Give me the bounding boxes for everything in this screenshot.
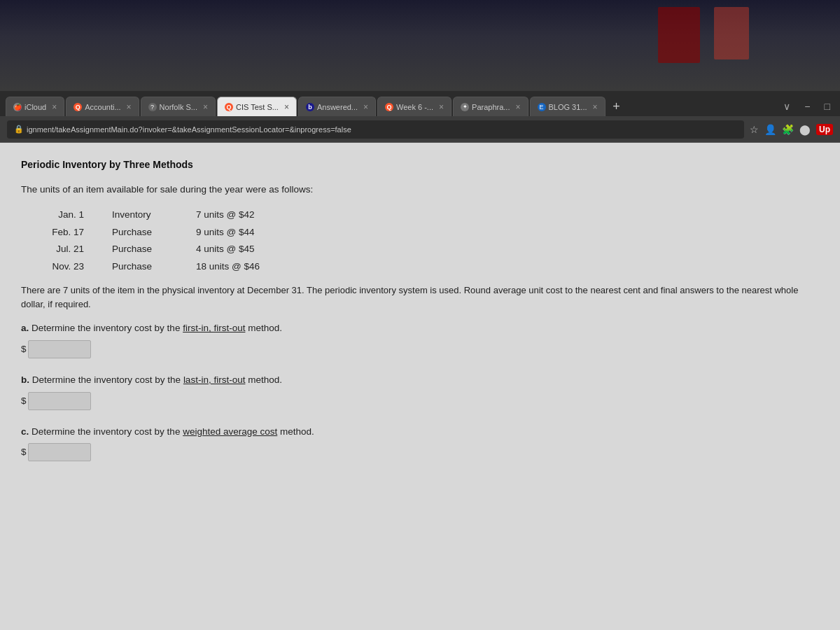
inv-type-4: Purchase (112, 259, 168, 274)
browser-chrome: 🍎 iCloud × Q Accounti... × ? Norfolk S..… (0, 91, 840, 143)
question-suffix-a: method. (245, 323, 282, 333)
paraphra-icon: ✦ (461, 103, 469, 111)
tab-close-answered[interactable]: × (363, 102, 368, 112)
profile-icon[interactable]: ⬤ (799, 124, 811, 135)
dollar-input-row-a: $ (21, 340, 819, 358)
tab-paraphra[interactable]: ✦ Paraphra... × (453, 97, 528, 116)
tab-norfolk[interactable]: ? Norfolk S... × (141, 97, 216, 116)
question-underline-b: last-in, first-out (183, 374, 246, 385)
question-section-b: b. Determine the inventory cost by the l… (21, 372, 819, 410)
tab-label: Accounti... (85, 103, 120, 111)
question-prefix-b: b. (21, 374, 29, 385)
tab-cis-test[interactable]: Q CIS Test S... × (217, 97, 297, 116)
apple-icon: 🍎 (13, 103, 22, 111)
question-suffix-c: method. (277, 426, 314, 437)
question-underline-a: first-in, first-out (183, 323, 245, 333)
url-text: ignment/takeAssignmentMain.do?invoker=&t… (27, 125, 351, 134)
inventory-row: Jul. 21 Purchase 4 units @ $45 (42, 241, 819, 257)
inv-date-3: Jul. 21 (42, 241, 84, 257)
tab-answered[interactable]: b Answered... × (298, 97, 376, 116)
url-box[interactable]: 🔒 ignment/takeAssignmentMain.do?invoker=… (7, 120, 744, 139)
inv-amount-3: 4 units @ $45 (196, 241, 255, 257)
minimize-button[interactable]: − (800, 99, 814, 113)
dollar-input-row-b: $ (21, 392, 819, 410)
inv-amount-4: 18 units @ $46 (196, 259, 260, 274)
tab-label: iCloud (24, 103, 46, 111)
dollar-sign-b: $ (21, 393, 27, 409)
answer-input-c[interactable] (28, 443, 91, 461)
inv-amount-1: 7 units @ $42 (196, 207, 255, 223)
tab-controls: ∨ − □ (779, 99, 834, 116)
inventory-table: Jan. 1 Inventory 7 units @ $42 Feb. 17 P… (42, 207, 819, 274)
question-label-c: c. Determine the inventory cost by the w… (21, 424, 819, 440)
inv-type-1: Inventory (112, 207, 168, 223)
tab-label: Week 6 -... (396, 103, 433, 111)
tab-label: Paraphra... (472, 103, 510, 111)
tab-close-accounts[interactable]: × (127, 102, 132, 112)
answer-input-a[interactable] (28, 340, 91, 358)
tab-week6[interactable]: Q Week 6 -... × (377, 97, 451, 116)
star-icon[interactable]: ☆ (750, 124, 759, 135)
page-content: Periodic Inventory by Three Methods The … (0, 143, 840, 630)
inv-type-2: Purchase (112, 225, 168, 240)
address-bar-right-icons: ☆ 👤 🧩 ⬤ Up (750, 124, 833, 135)
inventory-row: Feb. 17 Purchase 9 units @ $44 (42, 225, 819, 240)
tab-label: BLOG 31... (549, 103, 587, 111)
user-icon[interactable]: 👤 (764, 124, 776, 135)
inv-date-4: Nov. 23 (42, 259, 84, 274)
tab-accounts[interactable]: Q Accounti... × (66, 97, 139, 116)
tab-blog31[interactable]: E BLOG 31... × (530, 97, 606, 116)
lock-icon: 🔒 (14, 125, 24, 134)
dollar-sign-c: $ (21, 444, 27, 460)
address-bar: 🔒 ignment/takeAssignmentMain.do?invoker=… (0, 116, 840, 143)
inventory-row: Nov. 23 Purchase 18 units @ $46 (42, 259, 819, 274)
inv-type-3: Purchase (112, 241, 168, 257)
tab-close-icloud[interactable]: × (52, 102, 57, 112)
question-section-c: c. Determine the inventory cost by the w… (21, 424, 819, 462)
extensions-icon[interactable]: 🧩 (782, 124, 794, 135)
inventory-row: Jan. 1 Inventory 7 units @ $42 (42, 207, 819, 223)
question-text-c: Determine the inventory cost by the (31, 426, 183, 437)
dollar-input-row-c: $ (21, 443, 819, 461)
question-section-a: a. Determine the inventory cost by the f… (21, 321, 819, 358)
tab-close-cis[interactable]: × (284, 102, 289, 112)
intro-text: The units of an item available for sale … (21, 182, 819, 197)
question-suffix-b: method. (245, 374, 282, 385)
description-text: There are 7 units of the item in the phy… (21, 284, 819, 311)
tab-label: Answered... (317, 103, 358, 111)
brave-icon-week6: Q (385, 103, 393, 111)
brave-icon: Q (74, 103, 82, 111)
inv-date-2: Feb. 17 (42, 225, 84, 240)
b-icon: b (306, 103, 314, 111)
tab-close-blog31[interactable]: × (593, 102, 598, 112)
question-label-a: a. Determine the inventory cost by the f… (21, 321, 819, 336)
inv-date-1: Jan. 1 (42, 207, 84, 223)
question-text-a: Determine the inventory cost by the (31, 323, 183, 333)
tab-close-norfolk[interactable]: × (203, 102, 208, 112)
question-text-b: Determine the inventory cost by the (32, 374, 183, 385)
maximize-button[interactable]: □ (820, 99, 834, 113)
blog-icon: E (538, 103, 546, 111)
question-label-b: b. Determine the inventory cost by the l… (21, 372, 819, 388)
new-tab-button[interactable]: + (607, 97, 626, 116)
tab-bar: 🍎 iCloud × Q Accounti... × ? Norfolk S..… (0, 91, 840, 116)
page-title: Periodic Inventory by Three Methods (21, 157, 819, 172)
answer-input-b[interactable] (28, 392, 91, 410)
question-prefix-a: a. (21, 323, 29, 333)
inv-amount-2: 9 units @ $44 (196, 225, 255, 240)
top-photo-area (0, 0, 840, 91)
tab-label: CIS Test S... (236, 103, 279, 111)
question-icon: ? (148, 103, 157, 111)
tab-label: Norfolk S... (160, 103, 197, 111)
brave-icon-cis: Q (225, 103, 233, 111)
ublock-icon[interactable]: Up (816, 124, 833, 135)
tab-list-button[interactable]: ∨ (779, 99, 794, 113)
question-prefix-c: c. (21, 426, 29, 437)
tab-close-paraphra[interactable]: × (515, 102, 520, 112)
tab-icloud[interactable]: 🍎 iCloud × (6, 97, 64, 116)
question-underline-c: weighted average cost (183, 426, 277, 437)
dollar-sign-a: $ (21, 342, 27, 357)
tab-close-week6[interactable]: × (439, 102, 444, 112)
